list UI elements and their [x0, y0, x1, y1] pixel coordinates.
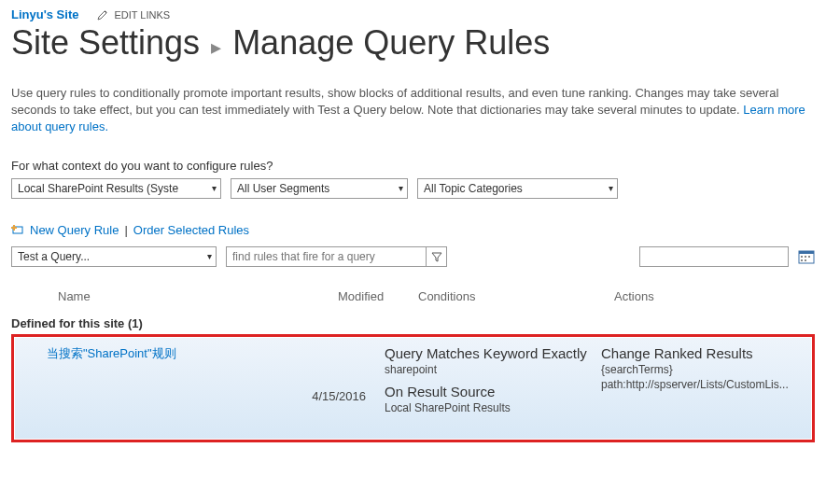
action-subtext: path:http://spserver/Lists/CustomLis...	[601, 378, 805, 391]
condition-subtext: Local SharePoint Results	[385, 401, 590, 414]
rule-actions-cell: Change Ranked Results {searchTerms} path…	[595, 338, 811, 439]
svg-rect-3	[801, 256, 803, 258]
svg-rect-5	[808, 256, 810, 258]
page-title: Site Settings ▸ Manage Query Rules	[11, 23, 815, 63]
calendar-icon	[798, 249, 815, 264]
breadcrumb-chevron-icon: ▸	[211, 35, 221, 60]
test-query-value: Test a Query...	[18, 250, 90, 263]
highlighted-region: 当搜索"SharePoint"规则 4/15/2016 Query Matche…	[11, 334, 815, 442]
site-link[interactable]: Linyu's Site	[11, 7, 78, 21]
table-row[interactable]: 当搜索"SharePoint"规则 4/15/2016 Query Matche…	[15, 338, 811, 439]
group-header: Defined for this site (1)	[11, 316, 815, 330]
user-segment-value: All User Segments	[237, 182, 329, 195]
result-source-select[interactable]: Local SharePoint Results (Syste ▾	[11, 178, 221, 199]
condition-subtext: sharepoint	[385, 363, 590, 376]
pencil-icon	[97, 9, 108, 21]
topic-category-value: All Topic Categories	[424, 182, 523, 195]
rule-name-link[interactable]: 当搜索"SharePoint"规则	[47, 345, 373, 362]
condition-title: Query Matches Keyword Exactly	[385, 345, 590, 361]
condition-title: On Result Source	[385, 384, 590, 399]
calendar-button[interactable]	[798, 249, 815, 264]
col-header-modified: Modified	[338, 289, 413, 303]
order-selected-rules-link[interactable]: Order Selected Rules	[133, 223, 249, 237]
page-description: Use query rules to conditionally promote…	[11, 85, 815, 136]
filter-icon	[431, 251, 442, 262]
col-header-conditions: Conditions	[418, 289, 614, 303]
caret-down-icon: ▾	[609, 183, 613, 193]
filter-button[interactable]	[427, 246, 447, 267]
description-text: Use query rules to conditionally promote…	[11, 86, 778, 117]
svg-rect-2	[799, 251, 814, 254]
title-primary: Site Settings	[11, 23, 200, 63]
find-rules-input[interactable]	[226, 246, 427, 267]
caret-down-icon: ▾	[212, 183, 217, 193]
rule-modified-date: 4/15/2016	[312, 389, 373, 431]
table-header: Name Modified Conditions Actions	[11, 267, 815, 311]
col-header-name: Name	[58, 289, 338, 303]
topic-category-select[interactable]: All Topic Categories ▾	[417, 178, 618, 199]
date-input[interactable]	[639, 246, 789, 267]
context-label: For what context do you want to configur…	[11, 159, 815, 173]
action-subtext: {searchTerms}	[601, 363, 805, 376]
action-title: Change Ranked Results	[601, 345, 805, 361]
rule-conditions-cell: Query Matches Keyword Exactly sharepoint…	[379, 338, 595, 439]
result-source-value: Local SharePoint Results (Syste	[18, 182, 178, 195]
col-header-actions: Actions	[614, 289, 782, 303]
new-query-rule-link[interactable]: New Query Rule	[30, 223, 119, 237]
edit-links-button[interactable]: EDIT LINKS	[97, 9, 170, 21]
divider: |	[124, 223, 127, 237]
user-segment-select[interactable]: All User Segments ▾	[231, 178, 408, 199]
svg-rect-4	[805, 256, 806, 258]
svg-rect-6	[801, 259, 803, 261]
title-secondary: Manage Query Rules	[232, 23, 550, 63]
svg-rect-7	[805, 259, 806, 261]
new-item-icon	[11, 224, 24, 235]
caret-down-icon: ▾	[207, 251, 212, 261]
edit-links-label: EDIT LINKS	[114, 9, 170, 21]
caret-down-icon: ▾	[399, 183, 403, 193]
test-query-select[interactable]: Test a Query... ▾	[11, 246, 217, 267]
